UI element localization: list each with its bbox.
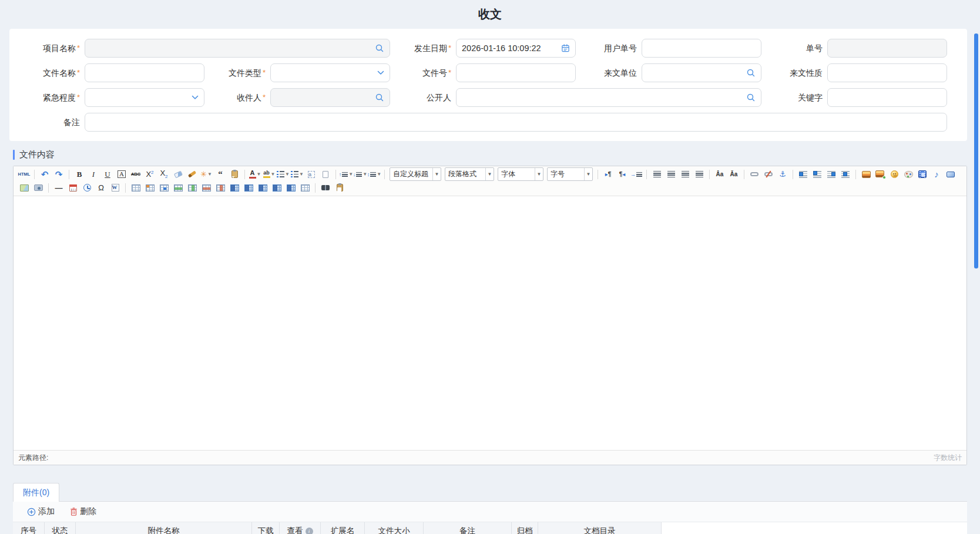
font-color-icon[interactable]: A▼ xyxy=(249,169,261,180)
editor-content-area[interactable] xyxy=(14,196,966,450)
tab-attachments[interactable]: 附件(0) xyxy=(13,483,59,502)
font-size-select[interactable]: 字号▼ xyxy=(547,167,593,181)
word-image-icon[interactable]: W xyxy=(109,182,122,193)
search-icon[interactable] xyxy=(746,68,756,78)
publisher-input[interactable] xyxy=(457,89,761,106)
bold-icon[interactable]: B xyxy=(73,169,86,180)
search-icon[interactable] xyxy=(375,43,384,53)
unlink-icon[interactable] xyxy=(762,169,775,180)
snapshot-icon[interactable] xyxy=(32,182,45,193)
urgency-value[interactable] xyxy=(85,89,204,106)
add-attachment-button[interactable]: 添加 xyxy=(27,506,55,517)
file-type-select[interactable] xyxy=(270,63,390,82)
receiver-input[interactable] xyxy=(271,89,390,106)
urgency-select[interactable] xyxy=(85,88,204,107)
split-to-rows-icon[interactable] xyxy=(270,182,283,193)
paste-icon[interactable] xyxy=(333,182,346,193)
paragraph-space-bottom-icon[interactable]: ↓▼ xyxy=(354,169,367,180)
image-center-icon[interactable] xyxy=(839,169,852,180)
ltr-paragraph-icon[interactable]: ▸¶ xyxy=(602,169,615,180)
to-lowercase-icon[interactable]: Ǎa xyxy=(727,169,740,180)
calendar-icon[interactable] xyxy=(561,44,570,53)
anchor-icon[interactable]: ⚓ xyxy=(776,169,789,180)
keyword-input[interactable] xyxy=(828,89,947,106)
info-icon[interactable]: i xyxy=(306,528,313,534)
insert-music-icon[interactable]: ♪ xyxy=(930,169,943,180)
blockquote-icon[interactable]: “ xyxy=(214,169,227,180)
blank-page-icon[interactable] xyxy=(319,169,332,180)
remove-format-icon[interactable] xyxy=(172,169,184,180)
insert-image-icon[interactable] xyxy=(860,169,872,180)
remark-input[interactable] xyxy=(85,113,947,131)
file-name-input[interactable] xyxy=(85,64,204,82)
align-justify-icon[interactable] xyxy=(693,169,706,180)
from-unit-input[interactable] xyxy=(642,64,761,82)
custom-title-select[interactable]: 自定义标题▼ xyxy=(390,167,441,181)
paragraph-space-top-icon[interactable]: ↑▼ xyxy=(340,169,353,180)
inline-anchor-a-icon[interactable]: a xyxy=(305,169,318,180)
emoticon-icon[interactable] xyxy=(888,169,901,180)
user-no-input[interactable] xyxy=(642,39,761,57)
delete-row-icon[interactable] xyxy=(200,182,213,193)
source-code-icon[interactable]: HTML xyxy=(18,169,31,180)
insert-time-icon[interactable] xyxy=(80,182,93,193)
char-border-icon[interactable]: A xyxy=(115,169,128,180)
paste-plain-text-icon[interactable]: T xyxy=(228,169,241,180)
subscript-icon[interactable]: X2 xyxy=(157,169,170,180)
insert-video-icon[interactable] xyxy=(916,169,929,180)
insert-link-icon[interactable] xyxy=(748,169,761,180)
superscript-icon[interactable]: X2 xyxy=(143,169,156,180)
merge-down-icon[interactable] xyxy=(256,182,269,193)
underline-icon[interactable]: U xyxy=(101,169,114,180)
delete-attachment-button[interactable]: 删除 xyxy=(70,506,96,517)
image-float-right-icon[interactable] xyxy=(825,169,838,180)
file-type-value[interactable] xyxy=(271,64,390,82)
italic-icon[interactable]: I xyxy=(87,169,100,180)
to-uppercase-icon[interactable]: Âa xyxy=(713,169,726,180)
unordered-list-icon[interactable]: ▼ xyxy=(291,169,304,180)
occur-date-input[interactable] xyxy=(457,39,575,57)
strikethrough-icon[interactable]: ABC xyxy=(129,169,142,180)
undo-icon[interactable]: ↶ xyxy=(38,169,51,180)
search-icon[interactable] xyxy=(375,93,384,102)
rtl-paragraph-icon[interactable]: ¶◂ xyxy=(616,169,629,180)
chevron-down-icon[interactable] xyxy=(377,70,384,75)
scrawl-icon[interactable] xyxy=(902,169,915,180)
align-left-icon[interactable] xyxy=(650,169,663,180)
image-inline-icon[interactable] xyxy=(811,169,824,180)
file-no-input[interactable] xyxy=(457,64,575,82)
font-family-select[interactable]: 字体▼ xyxy=(498,167,543,181)
word-count-label[interactable]: 字数统计 xyxy=(934,453,962,463)
line-height-icon[interactable]: ↕▼ xyxy=(368,169,381,180)
merge-right-icon[interactable] xyxy=(242,182,255,193)
find-replace-icon[interactable] xyxy=(319,182,332,193)
insert-date-icon[interactable] xyxy=(66,182,79,193)
cell-props-icon[interactable] xyxy=(157,182,170,193)
table-title-icon[interactable] xyxy=(298,182,311,193)
format-brush-icon[interactable] xyxy=(186,169,199,180)
image-float-left-icon[interactable] xyxy=(797,169,810,180)
ordered-list-icon[interactable]: ▼ xyxy=(277,169,290,180)
merge-cells-icon[interactable] xyxy=(228,182,241,193)
insert-map-icon[interactable] xyxy=(18,182,31,193)
insert-col-icon[interactable] xyxy=(186,182,199,193)
multi-image-upload-icon[interactable] xyxy=(874,169,887,180)
align-right-icon[interactable] xyxy=(679,169,692,180)
horizontal-rule-icon[interactable]: — xyxy=(52,182,65,193)
insert-row-icon[interactable] xyxy=(172,182,184,193)
first-line-indent-icon[interactable]: → xyxy=(630,169,643,180)
vertical-scrollbar-thumb[interactable] xyxy=(974,33,978,268)
search-icon[interactable] xyxy=(746,93,756,102)
highlight-color-icon[interactable]: ab▼ xyxy=(263,169,276,180)
paragraph-format-select[interactable]: 段落格式▼ xyxy=(445,167,494,181)
redo-icon[interactable]: ↷ xyxy=(52,169,65,180)
table-props-icon[interactable] xyxy=(143,182,156,193)
auto-typeset-icon[interactable]: ✳▼ xyxy=(200,169,213,180)
chevron-down-icon[interactable] xyxy=(192,95,199,100)
insert-table-icon[interactable] xyxy=(129,182,142,193)
delete-col-icon[interactable] xyxy=(214,182,227,193)
from-nature-input[interactable] xyxy=(828,64,947,82)
split-to-cols-icon[interactable] xyxy=(284,182,297,193)
fullscreen-monitor-icon[interactable] xyxy=(944,169,957,180)
align-center-icon[interactable] xyxy=(664,169,677,180)
